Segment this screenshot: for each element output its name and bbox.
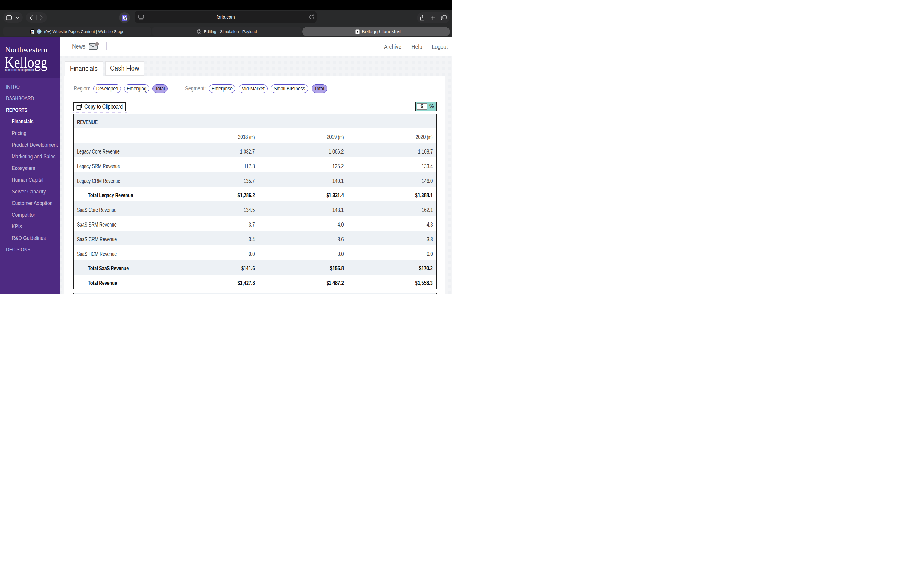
svg-text:N: N: [32, 30, 34, 33]
